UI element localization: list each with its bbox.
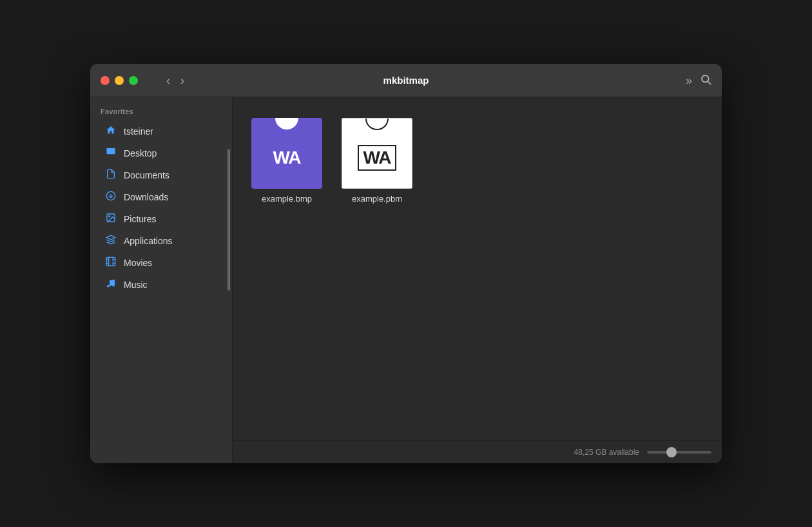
close-button[interactable] [101, 76, 110, 85]
sidebar-item-label-downloads: Downloads [124, 192, 168, 202]
sidebar: Favorites tsteiner Desktop Doc [90, 97, 232, 463]
sidebar-item-documents[interactable]: Documents [94, 164, 228, 186]
sidebar-item-desktop[interactable]: Desktop [94, 142, 228, 164]
music-icon [104, 278, 117, 291]
sidebar-item-label-documents: Documents [124, 170, 169, 180]
forward-button[interactable]: › [178, 72, 187, 89]
svg-point-6 [109, 216, 110, 217]
svg-line-1 [708, 81, 710, 84]
movies-icon [104, 256, 117, 269]
svg-point-15 [112, 284, 115, 287]
pbm-filename: example.pbm [352, 194, 402, 204]
maximize-button[interactable] [129, 76, 138, 85]
traffic-lights [101, 76, 138, 85]
file-area: WA example.bmp WA example.pbm [232, 97, 722, 463]
sidebar-item-label-music: Music [124, 280, 148, 290]
sidebar-item-label-pictures: Pictures [124, 214, 157, 224]
svg-rect-7 [106, 257, 115, 265]
sidebar-item-movies[interactable]: Movies [94, 252, 228, 274]
downloads-icon [104, 191, 117, 204]
slider-track [647, 451, 711, 454]
titlebar: ‹ › mkbitmap » [90, 64, 722, 97]
main-content: Favorites tsteiner Desktop Doc [90, 97, 722, 463]
statusbar: 48,25 GB available [233, 440, 722, 463]
file-item-bmp[interactable]: WA example.bmp [248, 113, 325, 209]
search-button[interactable] [700, 73, 711, 87]
sidebar-item-tsteiner[interactable]: tsteiner [94, 120, 228, 142]
pictures-icon [104, 213, 117, 225]
minimize-button[interactable] [115, 76, 124, 85]
sidebar-item-music[interactable]: Music [94, 274, 228, 296]
slider-thumb[interactable] [666, 447, 677, 457]
file-grid: WA example.bmp WA example.pbm [233, 97, 722, 440]
sidebar-scrollbar[interactable] [227, 149, 230, 291]
file-item-pbm[interactable]: WA example.pbm [338, 113, 416, 209]
zoom-slider[interactable] [647, 451, 711, 454]
home-icon [104, 125, 117, 138]
sidebar-item-pictures[interactable]: Pictures [94, 208, 228, 230]
window-title: mkbitmap [383, 75, 429, 86]
more-views-button[interactable]: » [686, 75, 692, 86]
back-button[interactable]: ‹ [164, 72, 173, 89]
applications-icon [104, 235, 117, 247]
svg-rect-2 [106, 148, 115, 154]
favorites-label: Favorites [90, 108, 232, 120]
svg-point-14 [107, 285, 110, 287]
titlebar-actions: » [686, 73, 711, 87]
sidebar-item-label-movies: Movies [124, 258, 152, 268]
pbm-thumbnail: WA [342, 118, 412, 189]
sidebar-item-downloads[interactable]: Downloads [94, 186, 228, 208]
bmp-filename: example.bmp [262, 194, 312, 204]
documents-icon [104, 169, 117, 182]
sidebar-item-label-applications: Applications [124, 236, 173, 246]
storage-status: 48,25 GB available [574, 448, 639, 457]
desktop-icon [104, 147, 117, 160]
nav-buttons: ‹ › [164, 72, 187, 89]
finder-window: ‹ › mkbitmap » Favorites tsteiner [90, 64, 722, 463]
sidebar-item-label-tsteiner: tsteiner [124, 126, 153, 137]
bmp-thumbnail: WA [251, 118, 322, 189]
sidebar-item-label-desktop: Desktop [124, 148, 157, 158]
sidebar-item-applications[interactable]: Applications [94, 230, 228, 252]
